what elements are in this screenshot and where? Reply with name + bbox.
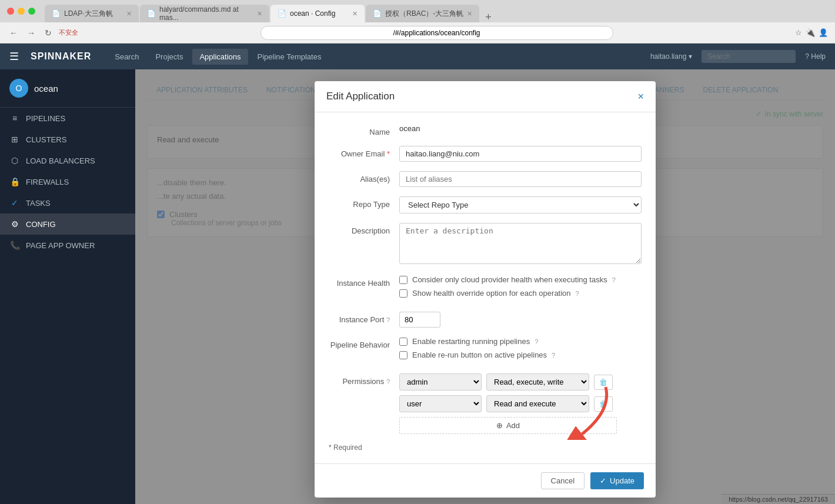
owner-email-control <box>399 146 642 162</box>
checkbox-enable-rerun[interactable] <box>399 351 408 359</box>
nav-applications[interactable]: Applications <box>192 49 248 65</box>
update-button[interactable]: ✓ Update <box>590 472 644 489</box>
tab-close-1[interactable]: ✕ <box>257 10 262 18</box>
form-row-instance-health: Instance Health Consider only cloud prov… <box>329 275 642 302</box>
profile-icon[interactable]: 👤 <box>819 28 828 37</box>
sidebar-app-name: O ocean <box>0 69 135 108</box>
hamburger-icon[interactable]: ☰ <box>9 50 19 63</box>
config-icon: ⚙ <box>9 219 20 229</box>
address-input[interactable] <box>260 26 613 40</box>
owner-email-input[interactable] <box>399 146 642 162</box>
perm-role-select-1[interactable]: user <box>399 395 482 412</box>
aliases-label: Alias(es) <box>329 171 399 183</box>
back-button[interactable]: ← <box>7 27 20 39</box>
sidebar-item-clusters[interactable]: ⊞ CLUSTERS <box>0 129 135 150</box>
browser-tab-1[interactable]: 📄 halyard/commands.md at mas... ✕ <box>140 5 269 22</box>
sidebar-item-firewalls[interactable]: 🔒 FIREWALLS <box>0 171 135 192</box>
sidebar-item-label-load-balancers: LOAD BALANCERS <box>26 156 95 165</box>
checkbox-enable-restarting[interactable] <box>399 338 408 346</box>
modal-footer: Cancel ✓ Update <box>315 463 656 498</box>
nav-pipeline-templates[interactable]: Pipeline Templates <box>250 49 329 65</box>
content-area: APPLICATION ATTRIBUTES NOTIFICATIONS FEA… <box>135 69 835 504</box>
modal-close-button[interactable]: × <box>637 91 644 102</box>
browser-tab-3[interactable]: 📄 授权（RBAC）-大三角帆 ✕ <box>366 5 479 22</box>
permissions-control: admin Read, execute, write 🗑 <box>399 373 642 434</box>
sidebar-item-pipelines[interactable]: ≡ PIPELINES <box>0 108 135 129</box>
sidebar-item-label-config: CONFIG <box>26 220 56 229</box>
checkbox2-help-icon[interactable]: ? <box>576 290 579 297</box>
header-search-input[interactable] <box>702 50 796 63</box>
forward-button[interactable]: → <box>25 27 38 39</box>
perm-role-select-0[interactable]: admin <box>399 373 482 390</box>
tab-close-3[interactable]: ✕ <box>467 10 472 18</box>
update-check-icon: ✓ <box>600 476 606 485</box>
add-label: Add <box>506 421 520 430</box>
tab-close-2[interactable]: ✕ <box>352 10 358 18</box>
repo-type-control: Select Repo Type <box>399 196 642 213</box>
sidebar-item-tasks[interactable]: ✓ TASKS <box>0 192 135 213</box>
pipeline-behavior-label: Pipeline Behavior <box>329 337 399 349</box>
sidebar-item-label-pipelines: PIPELINES <box>26 114 65 123</box>
browser-tab-0[interactable]: 📄 LDAP·大三角帆 ✕ <box>45 5 139 22</box>
title-bar: 📄 LDAP·大三角帆 ✕ 📄 halyard/commands.md at m… <box>0 0 835 22</box>
help-button[interactable]: ? Help <box>805 52 826 61</box>
fullscreen-traffic-light[interactable] <box>28 8 35 15</box>
sidebar-app-title: ocean <box>34 84 58 94</box>
checkbox-cloud-health[interactable] <box>399 276 408 284</box>
bookmark-icon[interactable]: ☆ <box>795 28 802 37</box>
checkbox-health-override[interactable] <box>399 289 408 298</box>
instance-port-help-icon[interactable]: ? <box>386 316 390 323</box>
pipeline-cb1-label: Enable restarting running pipelines <box>412 337 530 346</box>
browser-tab-2[interactable]: 📄 ocean · Config ✕ <box>270 5 365 22</box>
browser-tabs: 📄 LDAP·大三角帆 ✕ 📄 halyard/commands.md at m… <box>45 0 828 22</box>
perm-permission-select-0[interactable]: Read, execute, write <box>486 373 589 390</box>
perm-add-button[interactable]: ⊕ Add <box>399 417 617 434</box>
form-row-name: Name ocean <box>329 124 642 136</box>
name-value: ocean <box>399 121 420 133</box>
checkbox1-help-icon[interactable]: ? <box>612 276 616 283</box>
pipeline-cb2-label: Enable re-run button on active pipelines <box>412 351 547 359</box>
close-traffic-light[interactable] <box>7 8 14 15</box>
instance-health-control: Consider only cloud provider health when… <box>399 275 642 302</box>
form-row-aliases: Alias(es) <box>329 171 642 187</box>
extensions-icon[interactable]: 🔌 <box>806 28 815 37</box>
repo-type-select[interactable]: Select Repo Type <box>399 196 642 213</box>
nav-projects[interactable]: Projects <box>148 49 190 65</box>
description-textarea[interactable] <box>399 223 642 264</box>
perm-delete-button-1[interactable]: 🗑 <box>594 396 613 412</box>
form-row-owner-email: Owner Email <box>329 146 642 162</box>
load-balancers-icon: ⬡ <box>9 156 20 165</box>
app-logo-text: SPINNAKER <box>31 51 91 62</box>
browser-window: 📄 LDAP·大三角帆 ✕ 📄 halyard/commands.md at m… <box>0 0 835 504</box>
cancel-button[interactable]: Cancel <box>541 472 584 489</box>
modal-overlay[interactable]: Edit Application × Name ocean <box>135 69 835 504</box>
modal-title: Edit Application <box>326 91 395 102</box>
sidebar-item-page-app-owner[interactable]: 📞 PAGE APP OWNER <box>0 235 135 256</box>
instance-port-label: Instance Port ? <box>329 312 399 324</box>
address-bar: ← → ↻ 不安全 ☆ 🔌 👤 <box>0 22 835 44</box>
pipeline-cb2-help-icon[interactable]: ? <box>552 352 555 359</box>
perm-permission-select-1[interactable]: Read and execute <box>486 395 589 412</box>
new-tab-button[interactable]: + <box>480 12 496 22</box>
description-label: Description <box>329 223 399 235</box>
tab-close-0[interactable]: ✕ <box>126 10 132 18</box>
pipeline-cb1-help-icon[interactable]: ? <box>535 338 538 345</box>
tab-label-0: LDAP·大三角帆 <box>64 9 113 19</box>
sidebar-item-config[interactable]: ⚙ CONFIG <box>0 213 135 235</box>
minimize-traffic-light[interactable] <box>18 8 25 15</box>
perm-delete-button-0[interactable]: 🗑 <box>594 375 613 390</box>
nav-search[interactable]: Search <box>108 49 146 65</box>
pipeline-checkbox-row-1: Enable restarting running pipelines ? <box>399 337 642 346</box>
header-right: haitao.liang ▾ ? Help <box>650 50 826 63</box>
user-info[interactable]: haitao.liang ▾ <box>650 52 692 61</box>
reload-button[interactable]: ↻ <box>42 27 54 39</box>
tab-label-3: 授权（RBAC）-大三角帆 <box>385 9 463 19</box>
perm-row-user: user Read and execute 🗑 <box>399 395 642 412</box>
sidebar-item-load-balancers[interactable]: ⬡ LOAD BALANCERS <box>0 150 135 171</box>
instance-port-input[interactable] <box>399 312 440 328</box>
permissions-help-icon[interactable]: ? <box>386 378 390 385</box>
aliases-input[interactable] <box>399 171 642 187</box>
sidebar-item-label-clusters: CLUSTERS <box>26 135 66 144</box>
form-row-repo-type: Repo Type Select Repo Type <box>329 196 642 213</box>
pipeline-checkbox-row-2: Enable re-run button on active pipelines… <box>399 351 642 359</box>
